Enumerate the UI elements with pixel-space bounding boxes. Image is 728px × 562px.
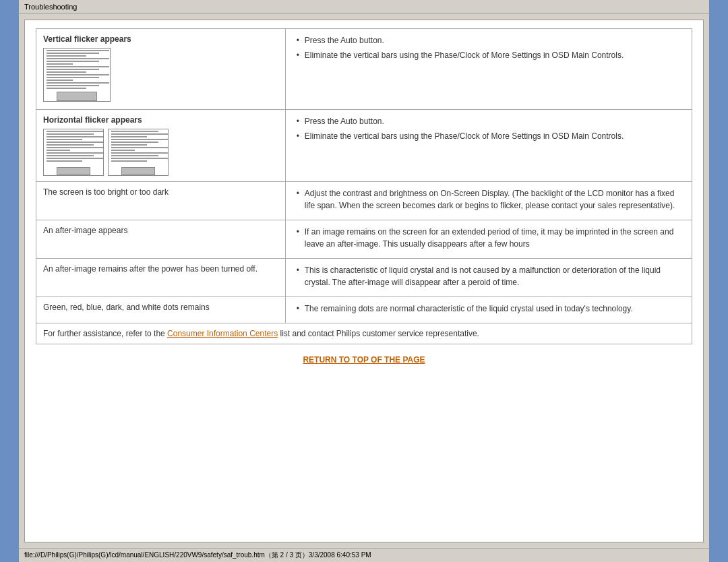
- solution-cell: If an image remains on the screen for an…: [285, 220, 692, 259]
- screen-line: [111, 139, 168, 140]
- solution-list: Press the Auto button. Eliminate the ver…: [293, 34, 685, 61]
- screen-line: [47, 85, 99, 86]
- screen-line: [111, 136, 147, 137]
- issue-cell: Green, red, blue, dark, and white dots r…: [36, 297, 286, 323]
- screen-line: [111, 160, 147, 162]
- solution-cell: This is characteristic of liquid crystal…: [285, 259, 692, 297]
- top-bar-label: Troubleshooting: [24, 3, 77, 11]
- screen-line: [111, 133, 168, 135]
- screen-line: [47, 80, 73, 81]
- screen-line: [47, 88, 86, 89]
- issue-text: The screen is too bright or too dark: [43, 187, 169, 197]
- screen-line: [47, 144, 94, 146]
- left-side-panel: [0, 0, 19, 562]
- solution-item: The remaining dots are normal characteri…: [295, 303, 685, 315]
- screen-line: [111, 131, 158, 132]
- solution-item: Adjust the contrast and brightness on On…: [295, 187, 685, 212]
- table-row: The screen is too bright or too dark Adj…: [36, 182, 692, 220]
- screen-line: [47, 150, 70, 151]
- issue-cell: Horizontal flicker appears: [36, 110, 286, 182]
- monitor-base: [57, 92, 97, 101]
- table-row: Green, red, blue, dark, and white dots r…: [36, 297, 692, 323]
- screen-display: [109, 129, 168, 164]
- solution-item: Press the Auto button.: [295, 115, 685, 127]
- screen-line: [47, 63, 73, 65]
- solution-list: The remaining dots are normal characteri…: [293, 303, 685, 315]
- screen-line: [47, 53, 99, 54]
- footer-cell: For further assistance, refer to the Con…: [36, 323, 692, 344]
- screen-line: [47, 66, 109, 67]
- issue-cell: An after-image appears: [36, 220, 286, 259]
- screen-line: [47, 55, 86, 57]
- solution-item: Press the Auto button.: [295, 34, 685, 46]
- screen-line: [111, 144, 147, 146]
- monitor-image: [43, 129, 104, 176]
- solution-item: Eliminate the vertical bars using the Ph…: [295, 130, 685, 142]
- table-row: An after-image appears If an image remai…: [36, 220, 692, 259]
- solution-item: Eliminate the vertical bars using the Ph…: [295, 49, 685, 61]
- screen-line: [47, 158, 103, 159]
- monitor-base: [121, 167, 155, 175]
- table-row: Vertical flicker appears: [36, 29, 692, 110]
- screen-line: [47, 69, 99, 70]
- screen-line: [47, 133, 94, 135]
- screen-line: [47, 136, 103, 137]
- solution-item: This is characteristic of liquid crystal…: [295, 264, 685, 288]
- solution-list: This is characteristic of liquid crystal…: [293, 264, 685, 288]
- screen-line: [111, 142, 158, 143]
- issue-text: An after-image remains after the power h…: [43, 264, 257, 274]
- screen-line: [47, 50, 109, 51]
- issue-title: Horizontal flicker appears: [43, 115, 278, 125]
- monitor-image: [108, 129, 169, 176]
- content-inner: Vertical flicker appears: [25, 20, 703, 542]
- footer-row: For further assistance, refer to the Con…: [36, 323, 692, 344]
- consumer-info-link[interactable]: Consumer Information Centers: [167, 329, 278, 338]
- table-row: An after-image remains after the power h…: [36, 259, 692, 297]
- issue-cell: An after-image remains after the power h…: [36, 259, 286, 297]
- footer-text-after: list and contact Philips customer servic…: [278, 329, 479, 338]
- solution-list: Adjust the contrast and brightness on On…: [293, 187, 685, 212]
- screen-line: [47, 58, 109, 59]
- monitor-image: [43, 48, 111, 102]
- top-bar: Troubleshooting: [19, 0, 709, 14]
- screen-line: [47, 147, 103, 148]
- main-wrapper: Troubleshooting Vertical flicker appears: [19, 0, 709, 562]
- issue-cell: Vertical flicker appears: [36, 29, 286, 110]
- issue-text: Green, red, blue, dark, and white dots r…: [43, 303, 210, 312]
- table-row: Horizontal flicker appears: [36, 110, 692, 182]
- solution-cell: Press the Auto button. Eliminate the ver…: [285, 110, 692, 182]
- screen-line: [47, 139, 82, 140]
- screen-line: [47, 82, 109, 84]
- solution-cell: The remaining dots are normal characteri…: [285, 297, 692, 323]
- screen-line: [111, 150, 135, 151]
- right-side-panel: [709, 0, 728, 562]
- solution-list: Press the Auto button. Eliminate the ver…: [293, 115, 685, 142]
- solution-cell: Press the Auto button. Eliminate the ver…: [285, 29, 692, 110]
- status-bar-text: file:///D/Philips(G)/Philips(G)/lcd/manu…: [24, 551, 371, 559]
- screen-line: [47, 71, 86, 73]
- footer-text-before: For further assistance, refer to the: [43, 329, 167, 338]
- solution-list: If an image remains on the screen for an…: [293, 226, 685, 250]
- screen-line: [47, 74, 109, 75]
- solution-item: If an image remains on the screen for an…: [295, 226, 685, 250]
- status-bar: file:///D/Philips(G)/Philips(G)/lcd/manu…: [19, 548, 709, 562]
- screen-line: [47, 155, 94, 156]
- solution-cell: Adjust the contrast and brightness on On…: [285, 182, 692, 220]
- screen-display: [44, 49, 110, 90]
- issue-text: An after-image appears: [43, 226, 127, 235]
- screen-line: [47, 160, 82, 162]
- screen-line: [47, 142, 103, 143]
- screen-line: [111, 152, 168, 154]
- return-to-top-link[interactable]: RETURN TO TOP OF THE PAGE: [36, 344, 692, 375]
- screen-line: [47, 152, 103, 154]
- screen-line: [111, 158, 168, 159]
- screen-display: [44, 129, 103, 164]
- screen-line: [47, 77, 99, 78]
- screen-line: [47, 131, 103, 132]
- content-area: Vertical flicker appears: [24, 20, 704, 542]
- troubleshooting-table: Vertical flicker appears: [36, 28, 692, 344]
- monitor-base: [57, 167, 90, 175]
- issue-cell: The screen is too bright or too dark: [36, 182, 286, 220]
- screen-line: [111, 155, 158, 156]
- screen-line: [47, 61, 99, 62]
